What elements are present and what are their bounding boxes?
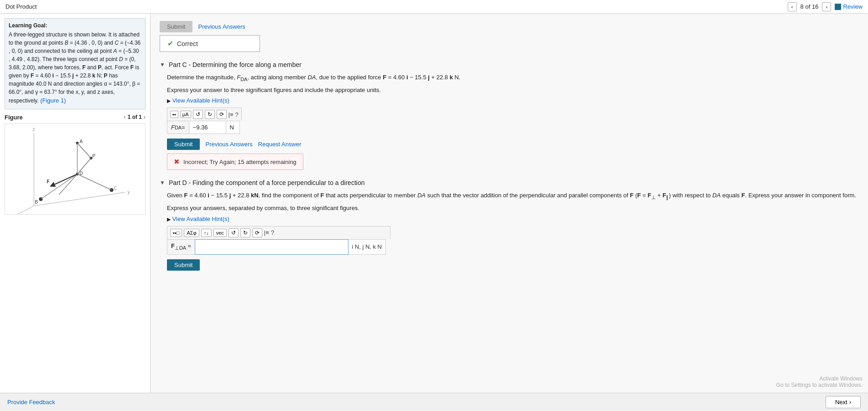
toolbar-d-redo-btn[interactable]: ↻: [240, 228, 250, 237]
part-d-input-container: F⊥DA = i N, j N, k N: [167, 239, 386, 255]
part-c-description2: Express your answer to three significant…: [167, 86, 859, 95]
part-c-submit-button[interactable]: Submit: [167, 139, 200, 150]
toolbar-d-refresh-btn[interactable]: ⟳: [252, 228, 262, 237]
correct-banner: ✔ Correct: [160, 35, 260, 52]
svg-text:x: x: [12, 213, 15, 215]
prev-page-button[interactable]: ‹: [788, 2, 797, 11]
svg-text:C: C: [114, 186, 117, 191]
part-d-unit: i N, j N, k N: [348, 241, 385, 253]
error-x-icon: ✖: [174, 158, 180, 166]
part-c-toolbar: ▪▪ μA ↺ ↻ ⟳ |≡ ?: [167, 108, 242, 121]
part-b-submit-button[interactable]: Submit: [160, 21, 192, 32]
figure-nav: ‹ 1 of 1 ›: [124, 114, 146, 120]
svg-text:B: B: [35, 200, 38, 205]
toolbar-d-sep-icon: |≡: [264, 229, 269, 236]
toolbar-undo-btn[interactable]: ↺: [193, 110, 203, 119]
part-c-unit-box[interactable]: N: [226, 121, 239, 134]
svg-line-22: [78, 143, 91, 158]
part-b-previous-answers-link[interactable]: Previous Answers: [198, 23, 245, 30]
svg-text:A: A: [80, 139, 83, 144]
part-c-value-box[interactable]: −9.36: [189, 121, 226, 134]
part-c-previous-answers-link[interactable]: Previous Answers: [205, 141, 252, 148]
svg-line-2: [16, 206, 34, 215]
format-icon: ▪▪: [172, 112, 176, 117]
review-link[interactable]: Review: [835, 3, 863, 10]
part-c-header: ▼ Part C - Determining the force along a…: [160, 61, 859, 68]
part-c-error-box: ✖ Incorrect; Try Again; 15 attempts rema…: [167, 154, 303, 170]
toolbar-d-sigma-btn[interactable]: ΑΣφ: [184, 229, 199, 237]
part-d-collapse-arrow[interactable]: ▼: [160, 180, 165, 186]
next-chevron-icon: ›: [849, 399, 851, 406]
part-d-hint-link[interactable]: View Available Hint(s): [172, 216, 229, 222]
part-d-submit-button[interactable]: Submit: [167, 259, 200, 271]
page-counter: 8 of 16: [800, 3, 819, 10]
svg-line-20: [52, 174, 78, 185]
bottom-bar: Provide Feedback Next ›: [0, 393, 868, 411]
review-label: Review: [843, 3, 863, 10]
svg-line-23: [78, 158, 91, 174]
toolbar-format-btn[interactable]: ▪▪: [170, 111, 178, 118]
main-content: Submit Previous Answers ✔ Correct ▼ Part…: [151, 14, 868, 411]
part-d-submit-bar: Submit: [167, 259, 859, 271]
main-layout: Learning Goal: A three-legged structure …: [0, 14, 868, 411]
learning-goal-box: Learning Goal: A three-legged structure …: [5, 18, 146, 109]
learning-goal-title: Learning Goal:: [9, 22, 141, 29]
part-c-submit-bar: Submit Previous Answers Request Answer: [167, 139, 859, 150]
toolbar-d-vec-btn[interactable]: vec: [213, 229, 227, 237]
svg-text:F: F: [47, 179, 50, 184]
next-button[interactable]: Next ›: [826, 396, 861, 408]
svg-text:y: y: [128, 190, 130, 195]
part-c-title: Part C - Determining the force along a m…: [169, 61, 301, 68]
figure-header: Figure ‹ 1 of 1 ›: [5, 114, 146, 121]
svg-text:P: P: [93, 154, 96, 159]
part-d-section: ▼ Part D - Finding the component of a fo…: [160, 179, 859, 270]
toolbar-d-arrow-btn[interactable]: ↑↓: [201, 229, 212, 237]
toolbar-d-help-icon: ?: [271, 229, 274, 236]
next-page-button[interactable]: ›: [822, 2, 831, 11]
part-c-description: Determine the magnitude, FDA, acting alo…: [167, 73, 859, 83]
top-bar-right: ‹ 8 of 16 › Review: [788, 2, 863, 11]
part-c-collapse-arrow[interactable]: ▼: [160, 62, 165, 68]
figure-canvas: y z x A D B: [5, 123, 146, 215]
svg-line-18: [78, 174, 112, 190]
figure-svg: y z x A D B: [5, 124, 145, 215]
part-d-content: Given F = 4.60 i − 15.5 j + 22.8 kN, fin…: [160, 191, 859, 270]
figure-title: Figure: [5, 114, 23, 121]
correct-text: Correct: [177, 40, 198, 47]
figure-next-button[interactable]: ›: [144, 114, 146, 120]
toolbar-d-undo-btn[interactable]: ↺: [229, 228, 239, 237]
part-c-content: Determine the magnitude, FDA, acting alo…: [160, 73, 859, 170]
part-b-section: Submit Previous Answers ✔ Correct: [160, 21, 859, 52]
next-label: Next: [835, 399, 847, 406]
part-d-header: ▼ Part D - Finding the component of a fo…: [160, 179, 859, 186]
part-d-input-label: F⊥DA =: [167, 240, 195, 254]
learning-goal-text: A three-legged structure is shown below.…: [9, 31, 141, 105]
figure-prev-button[interactable]: ‹: [124, 114, 126, 120]
toolbar-d-format-btn[interactable]: ▪▪□: [170, 229, 182, 237]
part-d-input-field[interactable]: [195, 240, 348, 254]
part-c-section: ▼ Part C - Determining the force along a…: [160, 61, 859, 170]
toolbar-sep-icon: |≡: [229, 111, 234, 118]
svg-text:z: z: [33, 127, 35, 132]
hint-arrow-d: ▶: [167, 216, 171, 222]
part-b-submit-bar: Submit Previous Answers: [160, 21, 859, 32]
figure1-link[interactable]: (Figure 1): [40, 97, 66, 104]
toolbar-mu-btn[interactable]: μA: [180, 111, 191, 118]
figure-page-info: 1 of 1: [128, 114, 142, 120]
part-c-input-label: FDA =: [167, 121, 189, 134]
left-panel: Learning Goal: A three-legged structure …: [0, 14, 151, 411]
toolbar-refresh-btn[interactable]: ⟳: [217, 110, 227, 119]
part-d-description: Given F = 4.60 i − 15.5 j + 22.8 kN, fin…: [167, 191, 859, 201]
provide-feedback-link[interactable]: Provide Feedback: [7, 399, 55, 406]
part-d-description2: Express your answers, separated by comma…: [167, 204, 859, 213]
hint-arrow-c: ▶: [167, 98, 171, 103]
top-bar: Dot Product ‹ 8 of 16 › Review: [0, 0, 868, 14]
part-c-hint-link[interactable]: View Available Hint(s): [172, 97, 229, 104]
page-title: Dot Product: [5, 3, 37, 10]
part-c-request-answer-link[interactable]: Request Answer: [258, 141, 301, 148]
part-d-toolbar: ▪▪□ ΑΣφ ↑↓ vec ↺ ↻ ⟳ |≡ ?: [167, 226, 390, 239]
error-text: Incorrect; Try Again; 15 attempts remain…: [183, 159, 296, 165]
toolbar-help-icon: ?: [235, 111, 238, 118]
svg-line-17: [41, 174, 78, 199]
toolbar-redo-btn[interactable]: ↻: [205, 110, 215, 119]
